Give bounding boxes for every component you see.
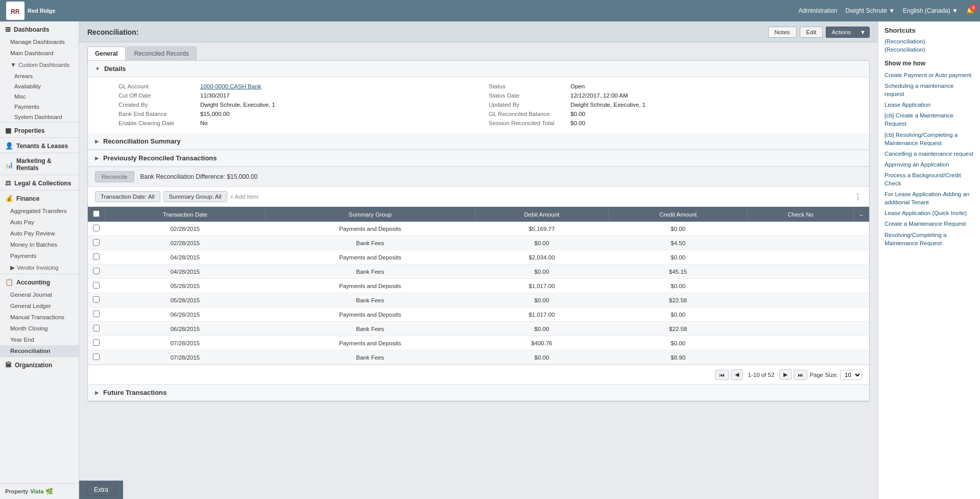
- sidebar-item-reconciliation[interactable]: Reconciliation: [0, 345, 79, 357]
- row-checkno-0: [748, 222, 854, 236]
- page-size-select[interactable]: 10 25 50: [840, 370, 862, 380]
- gl-account-value[interactable]: 1000-0000:CASH Bank: [200, 83, 261, 89]
- help-link-7[interactable]: Process a Background/Credit Check: [885, 171, 974, 187]
- sidebar-item-money-in-batches[interactable]: Money In Batches: [0, 239, 79, 250]
- shortcut-link-2[interactable]: (Reconciliation): [885, 46, 974, 53]
- detail-row-session-reconciled: Session Reconciled Total $0.00: [489, 120, 839, 126]
- row-checkbox-2[interactable]: [93, 253, 100, 260]
- row-checkbox-4[interactable]: [93, 282, 100, 289]
- summary-group-filter[interactable]: Summary Group: All: [163, 191, 227, 202]
- help-link-2[interactable]: Lease Application: [885, 101, 974, 109]
- row-checkbox-9[interactable]: [93, 353, 100, 360]
- sidebar-item-manage-dashboards[interactable]: Manage Dashboards: [0, 36, 79, 47]
- help-link-8[interactable]: For Lease Application-Adding an addition…: [885, 190, 974, 206]
- sidebar-section-finance[interactable]: 💰 Finance: [0, 190, 79, 205]
- row-checkbox-6[interactable]: [93, 311, 100, 317]
- tenants-icon: 👤: [5, 142, 13, 150]
- add-item-link[interactable]: + Add Item: [230, 194, 258, 200]
- sidebar-item-main-dashboard[interactable]: Main Dashboard: [0, 47, 79, 59]
- row-checkbox-7[interactable]: [93, 325, 100, 331]
- filter-menu-dots[interactable]: ⋮: [854, 193, 862, 201]
- sidebar-item-misc[interactable]: Misc: [0, 91, 79, 102]
- help-link-0[interactable]: Create Payment or Auto payment: [885, 71, 974, 79]
- sidebar-item-manual-transactions[interactable]: Manual Transactions: [0, 312, 79, 323]
- help-link-5[interactable]: Cancelling a maintenance request: [885, 150, 974, 158]
- sidebar-item-general-ledger[interactable]: General Ledger: [0, 300, 79, 312]
- reconciliation-summary-header[interactable]: ▶ Reconciliation Summary: [88, 133, 869, 150]
- actions-main-button[interactable]: Actions: [826, 27, 856, 38]
- lang-menu[interactable]: English (Canada) ▼: [903, 7, 958, 14]
- user-menu[interactable]: Dwight Schrute ▼: [845, 7, 895, 14]
- details-section-header[interactable]: ▼ Details: [88, 61, 869, 77]
- row-checkbox-1[interactable]: [93, 239, 100, 246]
- row-checkbox-5[interactable]: [93, 296, 100, 303]
- sidebar-custom-dashboards[interactable]: ▼ Custom Dashboards: [0, 59, 79, 71]
- tab-general[interactable]: General: [87, 46, 126, 60]
- created-by-value: Dwight Schrute, Executive, 1: [200, 102, 275, 108]
- sidebar-section-properties[interactable]: ▦ Properties: [0, 122, 79, 137]
- sidebar-item-general-journal[interactable]: General Journal: [0, 289, 79, 300]
- row-debit-4: $1,017.00: [475, 279, 608, 293]
- help-link-9[interactable]: Lease Application (Quick Invite): [885, 209, 974, 217]
- next-page-button[interactable]: ▶: [779, 369, 792, 380]
- sidebar-section-dashboards[interactable]: ⊞ Dashboards: [0, 21, 79, 36]
- help-link-4[interactable]: [cb] Resolving/Completing a Maintenance …: [885, 131, 974, 147]
- sidebar-section-accounting[interactable]: 📋 Accounting: [0, 274, 79, 289]
- future-transactions-header[interactable]: ▶ Future Transactions: [88, 385, 869, 401]
- sidebar-item-auto-pay-review[interactable]: Auto Pay Review: [0, 228, 79, 239]
- shortcut-link-1[interactable]: (Reconciliation): [885, 38, 974, 44]
- sidebar-section-organization[interactable]: 🏛 Organization: [0, 357, 79, 372]
- help-link-11[interactable]: Resolving/Completing a Maintenance Reque…: [885, 231, 974, 247]
- admin-link[interactable]: Administration: [798, 7, 837, 14]
- gl-reconciled-value: $0.00: [570, 111, 585, 117]
- notifications-bell[interactable]: 🔔 8: [966, 7, 974, 14]
- col-actions: –: [854, 207, 869, 222]
- actions-button-group: Actions ▼: [826, 27, 870, 38]
- help-link-6[interactable]: Approving an Application: [885, 160, 974, 169]
- sidebar-section-tenants[interactable]: 👤 Tenants & Leases: [0, 137, 79, 153]
- sidebar-section-marketing[interactable]: 📊 Marketing & Rentals: [0, 153, 79, 175]
- sidebar-vendor-invoicing[interactable]: ▶ Vendor Invoicing: [0, 262, 79, 274]
- help-link-1[interactable]: Scheduling a maintenance request: [885, 82, 974, 98]
- sidebar-item-aggregated-transfers[interactable]: Aggregated Transfers: [0, 205, 79, 217]
- prev-page-button[interactable]: ◀: [731, 369, 743, 380]
- select-all-checkbox[interactable]: [93, 210, 100, 217]
- sidebar-item-year-end[interactable]: Year End: [0, 334, 79, 345]
- logo-icon: RR: [6, 2, 25, 20]
- extra-button[interactable]: Extra: [86, 484, 116, 496]
- reconcile-button[interactable]: Reconcile: [95, 171, 134, 182]
- sidebar-item-month-closing[interactable]: Month Closing: [0, 323, 79, 334]
- row-action-7: [854, 322, 869, 336]
- row-checkbox-3[interactable]: [93, 268, 100, 274]
- previously-reconciled-header[interactable]: ▶ Previously Reconciled Transactions: [88, 150, 869, 167]
- row-date-7: 06/28/2015: [105, 322, 266, 336]
- tabs-bar: General Reconciled Records: [79, 42, 878, 60]
- table-row: 02/28/2015 Bank Fees $0.00 $4.50: [88, 236, 869, 250]
- content-area: Reconciliation: Notes Edit Actions ▼ Gen…: [79, 21, 878, 499]
- help-link-10[interactable]: Create a Maintenance Request: [885, 220, 974, 228]
- transaction-date-filter[interactable]: Transaction Date: All: [95, 191, 160, 202]
- sidebar-item-payments-finance[interactable]: Payments: [0, 250, 79, 262]
- enable-clearing-value: No: [200, 120, 208, 126]
- sidebar-section-legal[interactable]: ⚖ Legal & Collections: [0, 175, 79, 190]
- first-page-button[interactable]: ⏮: [715, 370, 729, 380]
- notes-button[interactable]: Notes: [768, 27, 797, 38]
- gl-account-label: GL Account: [118, 83, 200, 89]
- row-checkbox-8[interactable]: [93, 339, 100, 346]
- details-grid: GL Account 1000-0000:CASH Bank Status Op…: [88, 77, 869, 133]
- table-row: 07/28/2015 Payments and Deposits $400.76…: [88, 336, 869, 350]
- row-checkbox-0[interactable]: [93, 225, 100, 231]
- row-debit-3: $0.00: [475, 265, 608, 279]
- sidebar-item-auto-pay[interactable]: Auto Pay: [0, 217, 79, 228]
- sidebar-item-payments[interactable]: Payments: [0, 102, 79, 112]
- help-link-3[interactable]: [cb] Create a Maintenance Request: [885, 111, 974, 128]
- sidebar-item-system-dashboard[interactable]: System Dashboard: [0, 112, 79, 122]
- last-page-button[interactable]: ⏭: [794, 370, 807, 380]
- tab-reconciled-records[interactable]: Reconciled Records: [127, 46, 197, 60]
- actions-caret-button[interactable]: ▼: [856, 27, 870, 38]
- edit-button[interactable]: Edit: [800, 27, 823, 38]
- row-checkno-9: [748, 350, 854, 365]
- sidebar-item-availability[interactable]: Availability: [0, 81, 79, 91]
- sidebar-item-arrears[interactable]: Arrears: [0, 71, 79, 81]
- page-title: Reconciliation:: [87, 28, 138, 36]
